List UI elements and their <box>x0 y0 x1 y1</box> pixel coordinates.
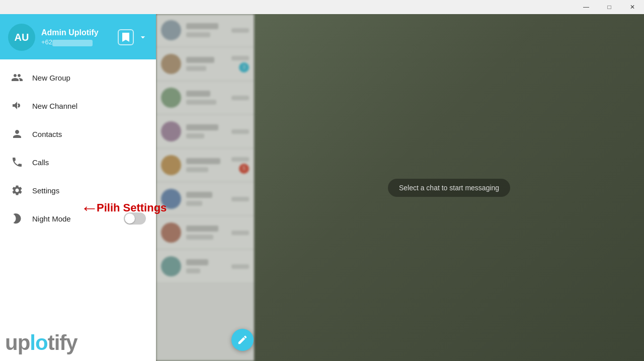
main-chat-area: Select a chat to start messaging <box>254 14 644 361</box>
night-mode-label: Night Mode <box>32 214 116 223</box>
account-switcher-button[interactable] <box>138 32 148 42</box>
settings-label: Settings <box>32 186 146 195</box>
user-phone: +62 <box>41 38 118 46</box>
sidebar-item-night-mode[interactable]: Night Mode <box>0 204 156 233</box>
chat-item: 5 <box>156 149 254 182</box>
close-button[interactable]: ✕ <box>621 0 644 14</box>
header-icons <box>118 29 148 45</box>
avatar: AU <box>8 24 35 51</box>
compose-button[interactable] <box>231 329 254 351</box>
night-mode-toggle[interactable] <box>124 212 146 225</box>
user-info: Admin Uplotify +62 <box>41 28 118 46</box>
settings-icon <box>10 183 24 197</box>
title-bar: — □ ✕ <box>0 0 644 14</box>
chat-list-panel: 3 5 <box>156 14 254 361</box>
contacts-icon <box>10 127 24 141</box>
user-name: Admin Uplotify <box>41 28 118 37</box>
chat-item <box>156 216 254 249</box>
sidebar-item-new-group[interactable]: New Group <box>0 63 156 92</box>
sidebar-item-contacts[interactable]: Contacts <box>0 120 156 148</box>
calls-icon <box>10 155 24 169</box>
menu-items: New Group New Channel Contacts <box>0 59 156 361</box>
chat-item <box>156 183 254 215</box>
chat-item <box>156 82 254 114</box>
saved-messages-button[interactable] <box>118 29 134 45</box>
new-group-label: New Group <box>32 74 146 82</box>
new-channel-label: New Channel <box>32 102 146 110</box>
chat-item <box>156 14 254 47</box>
menu-header: AU Admin Uplotify +62 <box>0 14 156 59</box>
calls-label: Calls <box>32 158 146 167</box>
maximize-button[interactable]: □ <box>598 0 621 14</box>
contacts-label: Contacts <box>32 130 146 138</box>
group-icon <box>10 70 24 85</box>
channel-icon <box>10 99 24 113</box>
select-chat-message: Select a chat to start messaging <box>388 179 510 197</box>
sidebar-item-new-channel[interactable]: New Channel <box>0 92 156 120</box>
chat-item <box>156 115 254 148</box>
night-mode-icon <box>10 211 24 226</box>
app-container: 3 5 <box>0 14 644 361</box>
menu-panel: AU Admin Uplotify +62 <box>0 14 156 361</box>
chat-item <box>156 250 254 283</box>
sidebar-item-calls[interactable]: Calls <box>0 148 156 176</box>
minimize-button[interactable]: — <box>575 0 598 14</box>
chat-item: 3 <box>156 48 254 81</box>
sidebar-item-settings[interactable]: Settings <box>0 176 156 204</box>
